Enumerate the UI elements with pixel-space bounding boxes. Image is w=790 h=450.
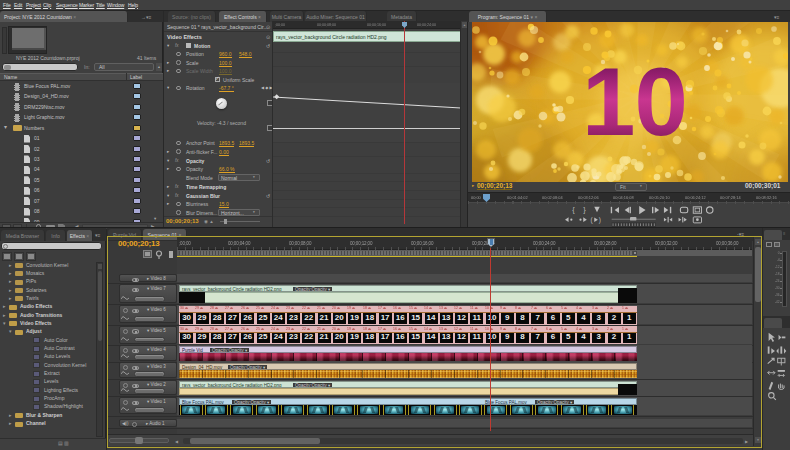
svg-text:(: ( [591, 216, 594, 224]
svg-text:}: } [583, 205, 586, 214]
svg-text:10: 10 [582, 48, 687, 155]
svg-text:): ) [599, 216, 601, 224]
svg-text:{: { [572, 205, 575, 214]
